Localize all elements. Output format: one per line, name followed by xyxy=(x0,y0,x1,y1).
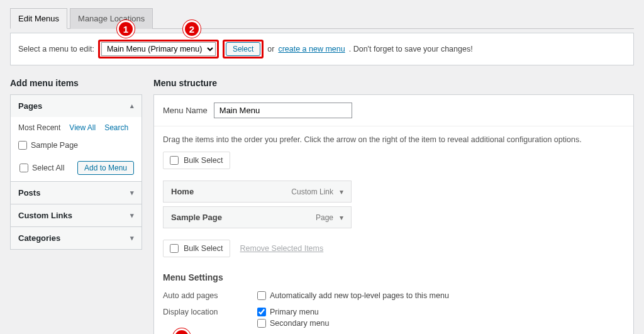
menu-name-row: Menu Name xyxy=(154,95,633,126)
accordion: Pages ▴ Most Recent View All Search Samp… xyxy=(10,94,142,250)
bulk-select-bottom[interactable]: Bulk Select xyxy=(163,240,230,257)
menu-settings: Menu Settings Auto add pages Automatical… xyxy=(154,272,633,334)
accordion-categories-head[interactable]: Categories ▾ xyxy=(11,227,142,249)
menu-dropdown[interactable]: Main Menu (Primary menu) xyxy=(101,42,216,56)
annotation-box-2: Select xyxy=(223,40,264,58)
subtab-viewall[interactable]: View All xyxy=(69,123,96,132)
auto-add-checkbox[interactable] xyxy=(257,291,266,300)
caret-down-icon: ▾ xyxy=(130,211,134,220)
menu-item-home-label: Home xyxy=(171,187,194,196)
annotation-1: 1 xyxy=(117,20,135,38)
loc-secondary-option[interactable]: Secondary menu xyxy=(257,319,330,328)
select-menu-label: Select a menu to edit: xyxy=(18,45,94,53)
select-all-row[interactable]: Select All xyxy=(18,161,65,175)
menu-name-input[interactable] xyxy=(214,103,352,118)
accordion-categories: Categories ▾ xyxy=(11,226,142,249)
menu-name-label: Menu Name xyxy=(163,106,208,115)
create-menu-link[interactable]: create a new menu xyxy=(278,45,345,53)
tab-manage-locations[interactable]: Manage Locations xyxy=(70,8,153,29)
menu-panel: Menu Name Drag the items into the order … xyxy=(153,94,634,334)
pages-footer: Select All Add to Menu xyxy=(17,156,135,175)
auto-add-option[interactable]: Automatically add new top-level pages to… xyxy=(257,291,449,300)
bulk-select-bottom-checkbox[interactable] xyxy=(170,244,179,253)
pages-subtabs: Most Recent View All Search xyxy=(17,123,135,132)
menu-item-sample-meta: Page ▾ xyxy=(316,213,343,222)
bulk-bottom-row: Bulk Select Remove Selected Items xyxy=(163,240,625,257)
menu-settings-head: Menu Settings xyxy=(163,272,625,282)
menu-item-sample-label: Sample Page xyxy=(171,213,222,222)
accordion-categories-label: Categories xyxy=(18,233,60,243)
loc-primary-text: Primary menu xyxy=(270,308,319,316)
subtab-recent[interactable]: Most Recent xyxy=(18,123,60,132)
menu-structure-column: Menu structure Menu Name Drag the items … xyxy=(153,78,634,334)
menu-item-home-meta: Custom Link ▾ xyxy=(291,187,343,196)
menu-structure-title: Menu structure xyxy=(153,78,634,88)
select-all-checkbox[interactable] xyxy=(19,164,28,172)
display-location-row: Display location Primary menu Secondary … xyxy=(163,305,625,333)
page-item-sample-label: Sample Page xyxy=(31,141,78,150)
accordion-pages-body: Most Recent View All Search Sample Page … xyxy=(11,117,142,181)
select-button[interactable]: Select xyxy=(226,42,260,56)
loc-primary-option[interactable]: Primary menu xyxy=(257,308,330,316)
caret-down-icon[interactable]: ▾ xyxy=(340,187,343,196)
add-menu-items-column: Add menu items Pages ▴ Most Recent View … xyxy=(10,78,142,334)
caret-down-icon: ▾ xyxy=(130,234,134,242)
display-location-label: Display location xyxy=(163,308,257,316)
accordion-posts-head[interactable]: Posts ▾ xyxy=(11,182,142,204)
bulk-select-bottom-label: Bulk Select xyxy=(184,244,223,253)
page-item-sample[interactable]: Sample Page xyxy=(17,138,135,152)
caret-down-icon: ▾ xyxy=(130,189,134,197)
select-all-label: Select All xyxy=(32,164,64,172)
menu-item-sample-page[interactable]: Sample Page Page ▾ xyxy=(163,206,352,228)
tab-edit-menus[interactable]: Edit Menus xyxy=(10,8,67,29)
accordion-custom-links-label: Custom Links xyxy=(18,211,72,220)
caret-up-icon: ▴ xyxy=(130,102,134,110)
caret-down-icon[interactable]: ▾ xyxy=(340,213,343,222)
menu-item-sample-type: Page xyxy=(316,213,333,222)
subtab-search[interactable]: Search xyxy=(104,123,128,132)
bulk-select-top-label: Bulk Select xyxy=(184,156,223,165)
loc-secondary-checkbox[interactable] xyxy=(257,319,266,328)
menu-items-list: Home Custom Link ▾ Sample Page Page ▾ xyxy=(163,181,352,228)
accordion-custom-links: Custom Links ▾ xyxy=(11,204,142,226)
add-menu-items-title: Add menu items xyxy=(10,78,142,88)
add-to-menu-button[interactable]: Add to Menu xyxy=(77,161,134,175)
or-text: or xyxy=(267,45,274,53)
accordion-pages-label: Pages xyxy=(18,101,42,111)
annotation-box-1: Main Menu (Primary menu) xyxy=(98,40,219,58)
menu-item-home-type: Custom Link xyxy=(291,187,333,196)
accordion-custom-links-head[interactable]: Custom Links ▾ xyxy=(11,204,142,226)
nav-tabs: Edit Menus Manage Locations xyxy=(10,0,634,29)
menu-panel-body: Drag the items into the order you prefer… xyxy=(154,126,633,266)
auto-add-row: Auto add pages Automatically add new top… xyxy=(163,289,625,305)
remove-selected-link[interactable]: Remove Selected Items xyxy=(240,244,324,253)
columns: Add menu items Pages ▴ Most Recent View … xyxy=(10,78,634,334)
auto-add-text: Automatically add new top-level pages to… xyxy=(270,291,449,300)
annotation-2: 2 xyxy=(183,20,201,38)
menu-item-home[interactable]: Home Custom Link ▾ xyxy=(163,181,352,203)
accordion-pages-head[interactable]: Pages ▴ xyxy=(11,95,142,117)
bulk-select-top-checkbox[interactable] xyxy=(170,156,179,165)
accordion-posts-label: Posts xyxy=(18,188,40,198)
select-menu-bar-wrap: 1 2 Select a menu to edit: Main Menu (Pr… xyxy=(10,33,634,65)
accordion-pages: Pages ▴ Most Recent View All Search Samp… xyxy=(11,95,142,181)
drag-hint: Drag the items into the order you prefer… xyxy=(163,135,625,144)
auto-add-label: Auto add pages xyxy=(163,291,257,300)
loc-secondary-text: Secondary menu xyxy=(270,319,330,328)
loc-primary-checkbox[interactable] xyxy=(257,308,266,316)
select-bar-tail: . Don't forget to save your changes! xyxy=(349,45,473,53)
select-menu-bar: Select a menu to edit: Main Menu (Primar… xyxy=(10,33,634,65)
bulk-select-top[interactable]: Bulk Select xyxy=(163,152,230,169)
accordion-posts: Posts ▾ xyxy=(11,181,142,204)
page-item-sample-checkbox[interactable] xyxy=(18,141,27,150)
